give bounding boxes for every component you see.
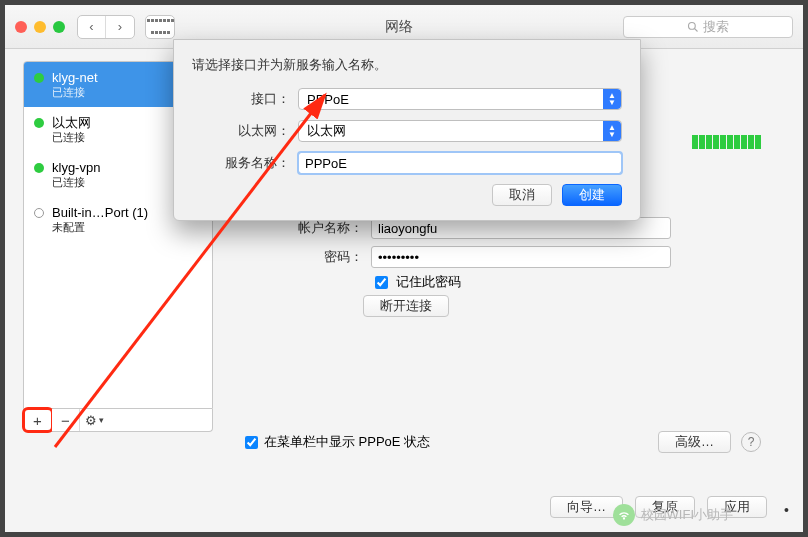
advanced-button[interactable]: 高级… — [658, 431, 731, 453]
remember-row: 记住此密码 — [375, 273, 461, 291]
interface-row: 接口： PPPoE ▲▼ — [192, 88, 622, 110]
chevron-down-icon: ▾ — [99, 415, 104, 425]
zoom-icon[interactable] — [53, 21, 65, 33]
sheet-title: 请选择接口并为新服务输入名称。 — [192, 56, 622, 74]
account-label: 帐户名称： — [283, 219, 363, 237]
new-service-sheet: 请选择接口并为新服务输入名称。 接口： PPPoE ▲▼ 以太网： 以太网 ▲▼… — [173, 39, 641, 221]
status-led-icon — [34, 73, 44, 83]
ethernet-label: 以太网： — [192, 122, 290, 140]
remember-label: 记住此密码 — [396, 273, 461, 291]
advanced-row: 在菜单栏中显示 PPPoE 状态 高级… ? — [213, 431, 785, 453]
service-name: klyg-vpn — [52, 160, 100, 176]
status-led-icon — [34, 163, 44, 173]
interface-label: 接口： — [192, 90, 290, 108]
svg-line-1 — [695, 28, 698, 31]
status-led-icon — [34, 118, 44, 128]
watermark-text: 校园WIFI小助手 — [641, 506, 733, 524]
service-status: 未配置 — [52, 221, 148, 235]
chevron-left-icon[interactable]: ‹ — [78, 16, 106, 38]
remove-service-button[interactable]: − — [52, 409, 80, 431]
service-status: 已连接 — [52, 176, 100, 190]
updown-icon: ▲▼ — [603, 89, 621, 109]
service-name: 以太网 — [52, 115, 91, 131]
svg-point-0 — [689, 22, 696, 29]
window-title: 网络 — [175, 18, 623, 36]
ethernet-value: 以太网 — [307, 122, 346, 140]
service-status: 已连接 — [52, 131, 91, 145]
service-name-row: 服务名称： — [192, 152, 622, 174]
chevron-right-icon[interactable]: › — [106, 16, 134, 38]
gear-icon: ⚙︎ — [85, 413, 97, 428]
service-status: 已连接 — [52, 86, 98, 100]
ethernet-select[interactable]: 以太网 ▲▼ — [298, 120, 622, 142]
signal-icon — [692, 135, 761, 149]
show-all-button[interactable] — [145, 15, 175, 39]
traffic-lights — [15, 21, 65, 33]
service-name-input[interactable] — [298, 152, 622, 174]
remember-checkbox[interactable] — [375, 276, 388, 289]
show-status-checkbox[interactable] — [245, 436, 258, 449]
service-name: Built-in…Port (1) — [52, 205, 148, 221]
minimize-icon[interactable] — [34, 21, 46, 33]
disconnect-row: 断开连接 — [363, 295, 449, 317]
cancel-button[interactable]: 取消 — [492, 184, 552, 206]
help-button[interactable]: ? — [741, 432, 761, 452]
grid-icon — [146, 16, 174, 38]
watermark: 校园WIFI小助手 — [613, 504, 733, 526]
show-status-label: 在菜单栏中显示 PPPoE 状态 — [264, 433, 430, 451]
password-label: 密码： — [283, 248, 363, 266]
status-led-icon — [34, 208, 44, 218]
password-input[interactable] — [371, 246, 671, 268]
password-row: 密码： — [283, 246, 671, 268]
ethernet-row: 以太网： 以太网 ▲▼ — [192, 120, 622, 142]
show-status-checkbox-row: 在菜单栏中显示 PPPoE 状态 — [245, 433, 430, 451]
updown-icon: ▲▼ — [603, 121, 621, 141]
add-service-button[interactable]: + — [24, 409, 52, 431]
nav-back-forward[interactable]: ‹ › — [77, 15, 135, 39]
page-dot: • — [784, 502, 789, 518]
search-input[interactable]: 搜索 — [623, 16, 793, 38]
search-icon — [687, 21, 699, 33]
interface-select[interactable]: PPPoE ▲▼ — [298, 88, 622, 110]
create-button[interactable]: 创建 — [562, 184, 622, 206]
disconnect-button[interactable]: 断开连接 — [363, 295, 449, 317]
service-name-label: 服务名称： — [192, 154, 290, 172]
service-gear-button[interactable]: ⚙︎▾ — [80, 409, 108, 431]
interface-value: PPPoE — [307, 92, 349, 107]
service-name: klyg-net — [52, 70, 98, 86]
service-list-controls: + − ⚙︎▾ — [23, 409, 213, 432]
wifi-icon — [613, 504, 635, 526]
search-placeholder: 搜索 — [703, 18, 729, 36]
close-icon[interactable] — [15, 21, 27, 33]
prefs-window: ‹ › 网络 搜索 klyg-net 已连接 — [0, 0, 808, 537]
